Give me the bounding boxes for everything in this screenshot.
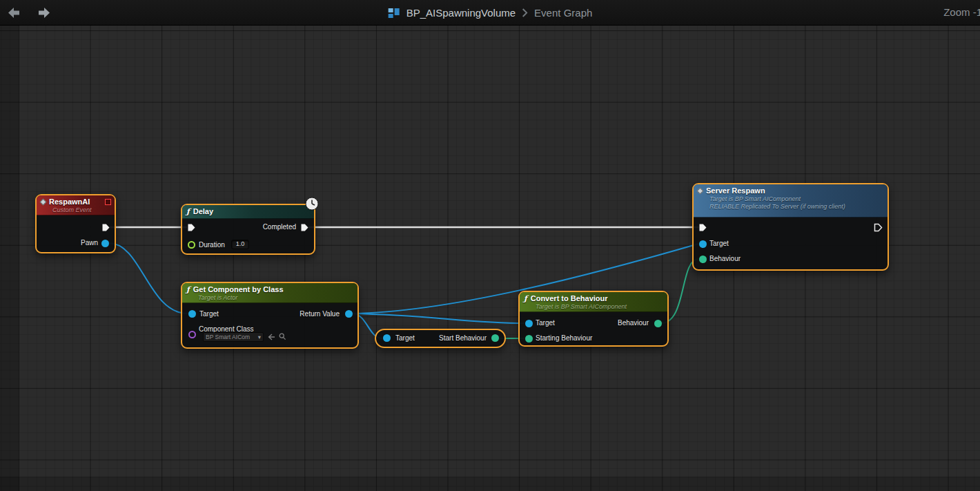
target-pin[interactable] [188, 310, 196, 318]
node-subtitle-line1: Target is BP Smart AIComponent [709, 195, 883, 203]
component-class-dropdown[interactable]: BP Smart AICom ▾ [203, 332, 264, 342]
node-subtitle: Target is BP Smart AIComponent [536, 303, 663, 311]
exec-in-pin[interactable] [187, 223, 196, 232]
blueprint-icon [388, 8, 400, 19]
node-subtitle-line2: RELIABLE Replicated To Server (if owning… [709, 203, 883, 211]
latent-clock-icon [305, 197, 319, 211]
blueprint-graph-canvas[interactable]: RespawnAI Custom Event Pawn ƒ Delay Comp… [0, 0, 980, 491]
completed-exec-out-pin[interactable] [300, 223, 309, 232]
node-delay[interactable]: ƒ Delay Completed Duration 1.0 [181, 204, 315, 255]
pin-label: Pawn [81, 239, 98, 247]
event-icon [40, 199, 47, 206]
behaviour-pin[interactable] [699, 256, 707, 263]
node-title: Get Component by Class [193, 285, 284, 294]
forward-arrow-icon[interactable] [36, 6, 51, 20]
pin-label: Target [709, 240, 729, 247]
node-title: Server Respawn [706, 186, 765, 195]
node-header: ƒ Get Component by Class Target is Actor [182, 283, 357, 303]
breadcrumb: BP_AISpawningVolume Event Graph [388, 0, 593, 26]
target-pin[interactable] [383, 334, 391, 342]
exec-out-pin[interactable] [101, 223, 110, 232]
graph-title-bar: BP_AISpawningVolume Event Graph Zoom -1 [0, 0, 980, 26]
node-convert-to-behaviour[interactable]: ƒ Convert to Behaviour Target is BP Smar… [518, 291, 669, 347]
node-subtitle: Custom Event [52, 206, 110, 214]
breadcrumb-item-event-graph[interactable]: Event Graph [534, 7, 592, 19]
node-subtitle: Target is Actor [198, 294, 353, 302]
chevron-right-icon [522, 8, 528, 17]
function-icon: ƒ [186, 207, 190, 216]
function-icon: ƒ [524, 294, 527, 303]
dropdown-caret-icon: ▾ [258, 333, 261, 341]
zoom-level-label: Zoom -1 [943, 6, 980, 18]
wire-pawn-to-target[interactable] [109, 243, 188, 314]
component-class-pin[interactable] [188, 331, 196, 338]
pin-label: Duration [199, 241, 225, 249]
event-icon [697, 188, 704, 195]
pin-label: Behaviour [618, 319, 649, 327]
return-value-pin[interactable] [345, 310, 353, 318]
node-title: Delay [193, 207, 213, 216]
node-header: RespawnAI Custom Event [37, 195, 115, 215]
pin-label: Completed [263, 223, 296, 231]
target-pin[interactable] [699, 240, 707, 248]
target-pin[interactable] [525, 320, 533, 327]
back-arrow-icon[interactable] [7, 6, 22, 20]
wire-returnvalue-to-convert-target[interactable] [352, 314, 525, 323]
function-icon: ƒ [186, 285, 190, 294]
node-server-respawn[interactable]: Server Respawn Target is BP Smart AIComp… [692, 183, 889, 271]
starting-behaviour-pin[interactable] [525, 335, 533, 343]
pin-label: Starting Behaviour [536, 334, 592, 342]
event-indicator-icon [105, 199, 111, 205]
node-header: Server Respawn Target is BP Smart AIComp… [694, 184, 888, 218]
pin-label: Target [199, 310, 219, 318]
duration-value-input[interactable]: 1.0 [231, 240, 249, 249]
exec-out-pin[interactable] [874, 223, 883, 232]
pin-label: Behaviour [709, 255, 741, 262]
breadcrumb-item-blueprint[interactable]: BP_AISpawningVolume [406, 7, 516, 19]
node-title: RespawnAI [49, 198, 90, 206]
node-get-component-by-class[interactable]: ƒ Get Component by Class Target is Actor… [181, 282, 359, 349]
node-title: Convert to Behaviour [531, 294, 608, 303]
browse-magnifier-icon[interactable] [279, 333, 286, 340]
pin-label: Return Value [300, 310, 340, 318]
dropdown-value: BP Smart AICom [206, 333, 250, 341]
pin-label: Start Behaviour [439, 334, 487, 342]
node-header: ƒ Delay [182, 205, 314, 219]
pin-label: Target [536, 319, 555, 327]
pawn-pin[interactable] [101, 240, 109, 247]
pin-label: Target [395, 334, 415, 342]
exec-in-pin[interactable] [698, 223, 707, 232]
start-behaviour-pin[interactable] [491, 334, 499, 342]
node-get-start-behaviour[interactable]: Target Start Behaviour [375, 329, 506, 348]
use-asset-arrow-icon[interactable] [268, 334, 275, 340]
behaviour-pin[interactable] [654, 320, 662, 327]
node-header: ƒ Convert to Behaviour Target is BP Smar… [520, 292, 667, 312]
duration-pin[interactable] [188, 241, 195, 249]
node-respawn-ai[interactable]: RespawnAI Custom Event Pawn [35, 194, 116, 253]
